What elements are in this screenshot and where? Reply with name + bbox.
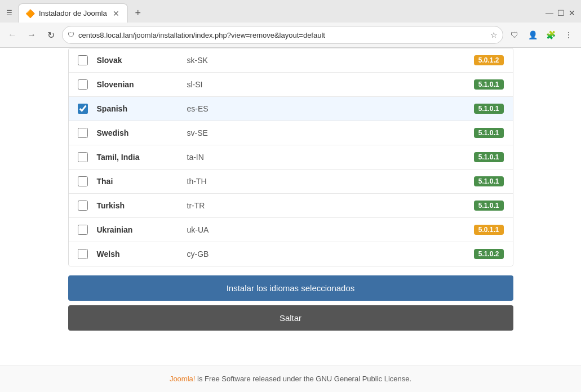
lang-row: Thai th-TH 5.1.0.1 (69, 170, 513, 194)
window-restore-button[interactable]: ☐ (556, 8, 565, 17)
lang-checkbox-ta-IN[interactable] (78, 152, 88, 162)
version-badge: 5.1.0.2 (474, 249, 504, 259)
lang-row: Slovenian sl-SI 5.1.0.1 (69, 73, 513, 97)
language-list: Slovak sk-SK 5.0.1.2 Slovenian sl-SI 5.1… (68, 48, 513, 266)
tab-title: Instalador de Joomla (39, 9, 107, 17)
lang-row: Spanish es-ES 5.1.0.1 (69, 97, 513, 121)
lang-row: Turkish tr-TR 5.1.0.1 (69, 194, 513, 218)
lang-code: sv-SE (187, 128, 474, 137)
shield-icon-button[interactable]: 🛡 (507, 27, 522, 43)
footer-text: Joomla! is Free Software released under … (170, 375, 411, 383)
menu-icon-button[interactable]: ⋮ (561, 27, 576, 43)
extensions-icon-button[interactable]: 🧩 (543, 27, 558, 43)
lang-name: Ukrainian (97, 225, 187, 234)
lang-code: th-TH (187, 177, 474, 186)
version-badge: 5.1.0.1 (474, 104, 504, 114)
tab-close-button[interactable]: ✕ (112, 9, 121, 18)
lang-name: Thai (97, 177, 187, 186)
page-footer: Joomla! is Free Software released under … (0, 365, 581, 392)
lang-name: Welsh (97, 250, 187, 259)
window-controls: — ☐ ✕ (545, 8, 576, 17)
joomla-link[interactable]: Joomla! (170, 375, 196, 383)
lang-checkbox-sk-SK[interactable] (78, 55, 88, 65)
bookmark-icon[interactable]: ☆ (490, 30, 498, 39)
new-tab-button[interactable]: + (130, 5, 146, 21)
skip-button[interactable]: Saltar (68, 305, 513, 331)
lang-row: Swedish sv-SE 5.1.0.1 (69, 121, 513, 145)
browser-chrome: ☰ 🔶 Instalador de Joomla ✕ + — ☐ ✕ ← → ↻… (0, 0, 581, 48)
version-badge: 5.1.0.1 (474, 79, 504, 90)
window-minimize-button[interactable]: — (545, 8, 554, 17)
address-wrapper: 🛡 ☆ (62, 26, 503, 44)
lang-row: Welsh cy-GB 5.1.0.2 (69, 242, 513, 266)
lang-checkbox-sl-SI[interactable] (78, 79, 88, 90)
lang-code: tr-TR (187, 201, 474, 210)
lang-row: Slovak sk-SK 5.0.1.2 (69, 48, 513, 73)
version-badge: 5.1.0.1 (474, 128, 504, 138)
lang-checkbox-uk-UA[interactable] (78, 225, 88, 235)
page-inner: Slovak sk-SK 5.0.1.2 Slovenian sl-SI 5.1… (57, 48, 525, 342)
lang-checkbox-th-TH[interactable] (78, 176, 88, 186)
lang-row: Ukrainian uk-UA 5.0.1.1 (69, 218, 513, 242)
install-languages-button[interactable]: Instalar los idiomas seleccionados (68, 275, 513, 301)
back-button[interactable]: ← (5, 27, 20, 43)
lang-name: Slovak (97, 56, 187, 65)
address-bar: ← → ↻ 🛡 ☆ 🛡 👤 🧩 ⋮ (0, 23, 581, 47)
version-badge: 5.0.1.2 (474, 55, 504, 65)
lang-code: sl-SI (187, 80, 474, 89)
version-badge: 5.1.0.1 (474, 152, 504, 162)
toolbar-icons: 🛡 👤 🧩 ⋮ (507, 27, 576, 43)
forward-button[interactable]: → (24, 27, 39, 43)
lang-code: ta-IN (187, 153, 474, 162)
lang-checkbox-es-ES[interactable] (78, 104, 88, 114)
lang-code: uk-UA (187, 225, 474, 234)
tab-control-left: ☰ (5, 8, 14, 17)
lang-checkbox-sv-SE[interactable] (78, 128, 88, 138)
address-input[interactable] (62, 26, 503, 44)
lang-name: Swedish (97, 128, 187, 137)
lang-row: Tamil, India ta-IN 5.1.0.1 (69, 145, 513, 170)
version-badge: 5.0.1.1 (474, 225, 504, 235)
security-icon: 🛡 (68, 31, 74, 39)
sidebar-toggle-button[interactable]: ☰ (5, 8, 14, 17)
lang-name: Slovenian (97, 80, 187, 89)
version-badge: 5.1.0.1 (474, 201, 504, 211)
active-tab[interactable]: 🔶 Instalador de Joomla ✕ (18, 3, 128, 23)
lang-code: es-ES (187, 104, 474, 113)
version-badge: 5.1.0.1 (474, 176, 504, 186)
lang-checkbox-tr-TR[interactable] (78, 201, 88, 211)
lang-name: Tamil, India (97, 153, 187, 162)
lang-name: Spanish (97, 104, 187, 113)
lang-name: Turkish (97, 201, 187, 210)
action-buttons: Instalar los idiomas seleccionados Salta… (68, 275, 513, 331)
lang-checkbox-cy-GB[interactable] (78, 249, 88, 259)
lang-code: sk-SK (187, 56, 474, 65)
page-content: Slovak sk-SK 5.0.1.2 Slovenian sl-SI 5.1… (0, 48, 581, 365)
lang-code: cy-GB (187, 250, 474, 259)
tab-bar: ☰ 🔶 Instalador de Joomla ✕ + — ☐ ✕ (0, 0, 581, 23)
reload-button[interactable]: ↻ (43, 27, 59, 43)
tab-favicon: 🔶 (25, 9, 34, 18)
window-close-button[interactable]: ✕ (567, 8, 576, 17)
profile-icon-button[interactable]: 👤 (525, 27, 540, 43)
